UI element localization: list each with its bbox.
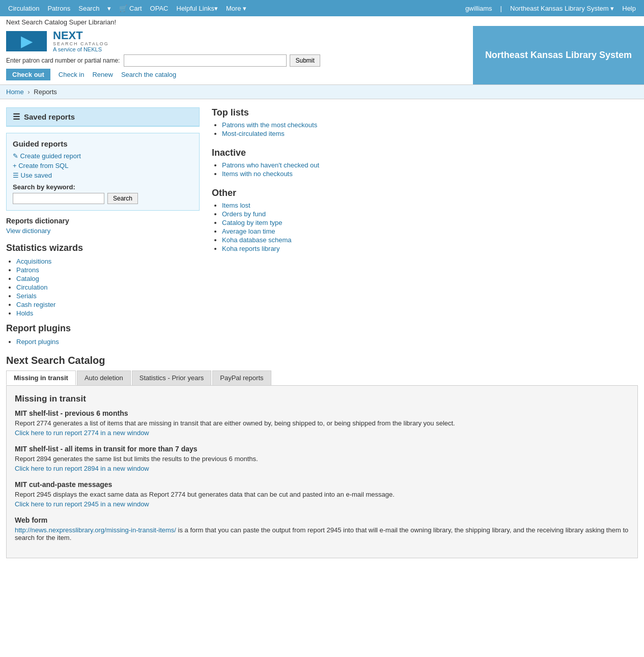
run-report-2945[interactable]: Click here to run report 2945 in a new w… [15, 500, 149, 508]
nav-library[interactable]: Northeast Kansas Library System ▾ [506, 5, 618, 12]
other-section: Other Items lost Orders by fund Catalog … [212, 188, 638, 252]
logo-box: ▶ [6, 31, 47, 51]
top-lists-list: Patrons with the most checkouts Most-cir… [212, 121, 638, 137]
checkin-link[interactable]: Check in [59, 69, 85, 80]
main-content: ☰ Saved reports Guided reports ✎ Create … [0, 99, 644, 355]
list-icon: ☰ [13, 112, 20, 122]
report-plugins-link[interactable]: Report plugins [16, 338, 59, 346]
nav-search[interactable]: Search [74, 5, 103, 12]
nav-user[interactable]: gwilliams [461, 5, 496, 12]
reports-dictionary-section: Reports dictionary View dictionary [6, 217, 200, 235]
other-list: Items lost Orders by fund Catalog by ite… [212, 202, 638, 252]
top-patrons-most-checkouts-link[interactable]: Patrons with the most checkouts [222, 121, 317, 129]
view-dictionary-link[interactable]: View dictionary [6, 227, 200, 235]
breadcrumb-home[interactable]: Home [6, 88, 24, 96]
statistics-wizards-list: Acquisitions Patrons Catalog Circulation… [6, 258, 200, 317]
use-saved-link[interactable]: ☰ Use saved [13, 172, 193, 179]
logo-area: ▶ NEXT SEARCH CATALOG A service of NEKLS [6, 30, 467, 52]
inactive-patrons-link[interactable]: Patrons who haven't checked out [222, 161, 319, 169]
run-report-2894[interactable]: Click here to run report 2894 in a new w… [15, 465, 149, 472]
nav-circulation[interactable]: Circulation [4, 5, 43, 12]
tab-statistics[interactable]: Statistics - Prior years [132, 370, 211, 385]
nav-patrons[interactable]: Patrons [43, 5, 74, 12]
search-keyword-label: Search by keyword: [13, 183, 193, 191]
tab-missing-transit[interactable]: Missing in transit [6, 370, 76, 385]
tab-paypal[interactable]: PayPal reports [212, 370, 271, 385]
web-form-url-link[interactable]: http://news.nexpresslibrary.org/missing-… [15, 526, 176, 534]
logo-sub: SEARCH CATALOG [53, 41, 109, 46]
report-2894-title: MIT shelf-list - all items in transit fo… [15, 445, 629, 453]
saved-reports-title: Saved reports [24, 112, 75, 121]
stat-serials-item: Serials [16, 292, 200, 300]
saved-reports-panel: ☰ Saved reports [6, 107, 200, 127]
run-report-2774[interactable]: Click here to run report 2774 in a new w… [15, 429, 149, 437]
other-catalog-by-type-link[interactable]: Catalog by item type [222, 219, 283, 226]
nav-dropdown1[interactable]: ▾ [103, 5, 115, 12]
tab-bar: Missing in transit Auto deletion Statist… [6, 370, 638, 386]
report-2945-description: Report 2945 displays the exact same data… [15, 491, 629, 498]
inactive-list: Patrons who haven't checked out Items wi… [212, 161, 638, 178]
logo-text: NEXT SEARCH CATALOG A service of NEKLS [53, 30, 109, 52]
other-items-lost-link[interactable]: Items lost [222, 202, 250, 209]
other-item-5: Koha reports library [222, 245, 638, 252]
left-column: ☰ Saved reports Guided reports ✎ Create … [6, 107, 200, 347]
stat-catalog-item: Catalog [16, 275, 200, 282]
tab-auto-deletion[interactable]: Auto deletion [77, 370, 131, 385]
other-avg-loan-time-link[interactable]: Average loan time [222, 227, 275, 235]
nav-more[interactable]: More ▾ [222, 5, 250, 12]
breadcrumb-separator: › [27, 88, 30, 96]
stat-circulation-item: Circulation [16, 283, 200, 291]
breadcrumb: Home › Reports [0, 85, 644, 99]
stat-acquisitions-item: Acquisitions [16, 258, 200, 265]
stat-catalog-link[interactable]: Catalog [16, 275, 39, 282]
search-catalog-link[interactable]: Search the catalog [121, 69, 176, 80]
bottom-section: Next Search Catalog Missing in transit A… [0, 355, 644, 566]
nav-help[interactable]: Help [618, 5, 640, 12]
stat-acquisitions-link[interactable]: Acquisitions [16, 258, 51, 265]
inactive-items-link[interactable]: Items with no checkouts [222, 170, 293, 178]
breadcrumb-current: Reports [34, 88, 57, 96]
report-plugins-section: Report plugins Report plugins [6, 323, 200, 346]
right-column: Top lists Patrons with the most checkout… [212, 107, 638, 347]
nav-opac[interactable]: OPAC [146, 5, 173, 12]
other-koha-library-link[interactable]: Koha reports library [222, 245, 279, 252]
stat-patrons-link[interactable]: Patrons [16, 266, 39, 274]
library-name-banner: Northeast Kansas Library System [473, 26, 644, 84]
stat-holds-link[interactable]: Holds [16, 309, 33, 317]
nav-cart[interactable]: 🛒 Cart [115, 5, 146, 12]
patron-input[interactable] [124, 54, 287, 67]
top-lists-item-1: Most-circulated items [222, 130, 638, 137]
web-form-title: Web form [15, 516, 629, 524]
stat-patrons-item: Patrons [16, 266, 200, 274]
patron-input-row: Enter patron card number or partial name… [6, 54, 467, 67]
report-plugins-title: Report plugins [6, 323, 200, 334]
other-title: Other [212, 188, 638, 198]
other-koha-schema-link[interactable]: Koha database schema [222, 236, 292, 244]
renew-link[interactable]: Renew [92, 69, 113, 80]
top-most-circulated-link[interactable]: Most-circulated items [222, 130, 285, 137]
stat-holds-item: Holds [16, 309, 200, 317]
inactive-item-0: Patrons who haven't checked out [222, 161, 638, 169]
welcome-text: Next Search Catalog Super Librarian! [0, 16, 644, 26]
stat-circulation-link[interactable]: Circulation [16, 283, 47, 291]
keyword-search-input[interactable] [13, 193, 104, 204]
statistics-wizards-section: Statistics wizards Acquisitions Patrons … [6, 243, 200, 317]
logo-brand: NEXT [53, 30, 109, 41]
guided-reports-title: Guided reports [13, 139, 193, 148]
report-plugins-item: Report plugins [16, 338, 200, 346]
nav-helpful-links[interactable]: Helpful Links▾ [173, 5, 222, 12]
other-item-1: Orders by fund [222, 210, 638, 218]
submit-button[interactable]: Submit [290, 54, 320, 67]
report-2945-title: MIT cut-and-paste messages [15, 480, 629, 489]
top-lists-section: Top lists Patrons with the most checkout… [212, 107, 638, 137]
create-guided-link[interactable]: ✎ Create guided report [13, 152, 193, 160]
keyword-search-button[interactable]: Search [107, 193, 138, 204]
stat-serials-link[interactable]: Serials [16, 292, 37, 300]
statistics-wizards-title: Statistics wizards [6, 243, 200, 253]
logo-letter: ▶ [21, 33, 32, 50]
report-plugins-list: Report plugins [6, 338, 200, 346]
stat-cash-register-link[interactable]: Cash register [16, 301, 55, 308]
other-orders-by-fund-link[interactable]: Orders by fund [222, 210, 266, 218]
create-sql-link[interactable]: + Create from SQL [13, 162, 193, 169]
checkout-button[interactable]: Check out [6, 69, 50, 80]
